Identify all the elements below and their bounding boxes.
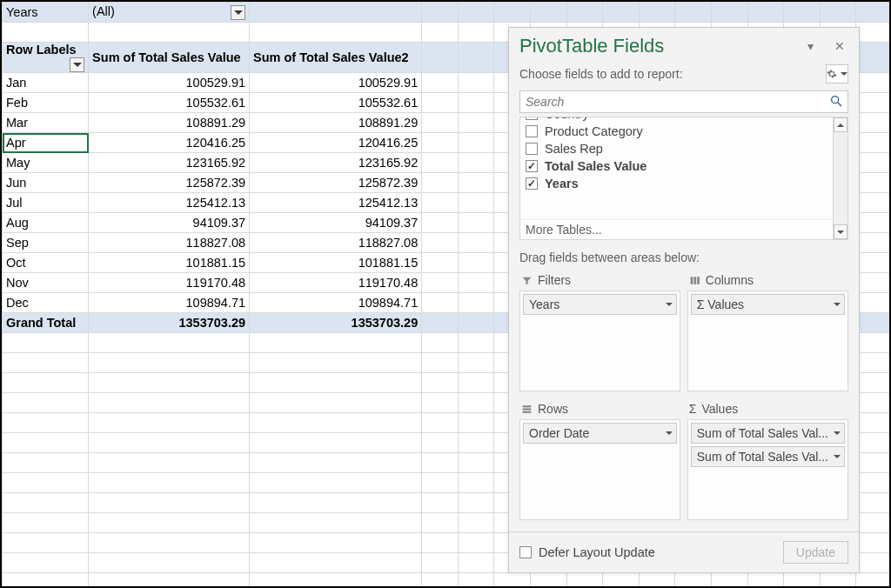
cell-empty[interactable] [422, 473, 459, 493]
cell-empty[interactable] [458, 433, 494, 453]
area-chip[interactable]: Sum of Total Sales Val... [691, 446, 845, 467]
cell-empty[interactable] [458, 453, 494, 473]
cell-empty[interactable] [422, 93, 459, 113]
close-icon[interactable]: ✕ [831, 37, 848, 55]
chevron-down-icon[interactable] [834, 431, 841, 435]
cell-empty[interactable] [422, 23, 459, 43]
cell-empty[interactable] [458, 393, 494, 413]
cell-empty[interactable] [422, 553, 459, 573]
column-header-c[interactable]: Sum of Total Sales Value2 [250, 43, 422, 73]
cell-empty[interactable] [422, 413, 459, 433]
cell-empty[interactable] [856, 413, 891, 433]
cell-empty[interactable] [458, 23, 494, 43]
area-chip[interactable]: Sum of Total Sales Val... [691, 423, 845, 444]
cell-empty[interactable] [458, 213, 494, 233]
scroll-down-icon[interactable] [834, 224, 847, 239]
cell-empty[interactable] [458, 373, 494, 393]
cell-empty[interactable] [458, 133, 494, 153]
cell-empty[interactable] [250, 413, 422, 433]
data-cell[interactable]: 125872.39 [89, 173, 250, 193]
cell-empty[interactable] [856, 433, 891, 453]
cell-empty[interactable] [531, 573, 567, 589]
data-cell[interactable]: 105532.61 [250, 93, 422, 113]
cell-empty[interactable] [250, 573, 422, 589]
row-label[interactable]: Oct [3, 253, 89, 273]
grand-total-value[interactable]: 1353703.29 [250, 313, 422, 333]
field-checkbox[interactable] [526, 160, 538, 172]
field-checkbox[interactable] [526, 143, 538, 155]
data-cell[interactable]: 109894.71 [89, 293, 250, 313]
cell-empty[interactable] [820, 573, 856, 589]
cell-empty[interactable] [422, 273, 459, 293]
chevron-down-icon[interactable] [666, 431, 673, 435]
cell-empty[interactable] [458, 573, 494, 589]
field-list[interactable]: CountryProduct CategorySales RepTotal Sa… [519, 117, 848, 240]
cell-empty[interactable] [3, 513, 89, 533]
cell-empty[interactable] [422, 533, 459, 553]
column-header-b[interactable]: Sum of Total Sales Value [89, 43, 250, 73]
area-columns-list[interactable]: Σ Values [687, 291, 848, 391]
cell-empty[interactable] [458, 313, 494, 333]
cell-empty[interactable] [820, 3, 856, 23]
row-label[interactable]: Feb [3, 93, 89, 113]
cell-empty[interactable] [422, 253, 459, 273]
cell-empty[interactable] [856, 43, 891, 73]
data-cell[interactable]: 123165.92 [89, 153, 250, 173]
row-label[interactable]: Nov [3, 273, 89, 293]
cell-empty[interactable] [856, 573, 891, 589]
pane-options-caret[interactable]: ▾ [801, 37, 819, 55]
cell-empty[interactable] [89, 493, 250, 513]
cell-empty[interactable] [458, 73, 494, 93]
row-label[interactable]: Aug [3, 213, 89, 233]
cell-empty[interactable] [458, 153, 494, 173]
cell-empty[interactable] [3, 373, 89, 393]
cell-empty[interactable] [250, 513, 422, 533]
cell-empty[interactable] [250, 473, 422, 493]
scroll-up-icon[interactable] [834, 117, 847, 132]
cell-empty[interactable] [250, 453, 422, 473]
row-label[interactable]: Jun [3, 173, 89, 193]
cell-empty[interactable] [422, 333, 459, 353]
cell-empty[interactable] [422, 73, 459, 93]
data-cell[interactable]: 105532.61 [89, 93, 250, 113]
cell-empty[interactable] [494, 573, 531, 589]
cell-empty[interactable] [784, 3, 821, 23]
cell-empty[interactable] [422, 573, 459, 589]
filter-field-value[interactable]: (All) [89, 3, 250, 23]
cell-empty[interactable] [566, 3, 603, 23]
cell-empty[interactable] [422, 173, 459, 193]
cell-empty[interactable] [250, 493, 422, 513]
cell-empty[interactable] [250, 393, 422, 413]
row-label[interactable]: May [3, 153, 89, 173]
dropdown-icon[interactable] [231, 5, 245, 20]
row-label[interactable]: Dec [3, 293, 89, 313]
cell-empty[interactable] [856, 553, 891, 573]
data-cell[interactable]: 94109.37 [250, 213, 422, 233]
area-chip[interactable]: Order Date [523, 423, 677, 444]
cell-empty[interactable] [458, 493, 494, 513]
cell-empty[interactable] [856, 493, 891, 513]
cell-empty[interactable] [458, 293, 494, 313]
cell-empty[interactable] [675, 3, 712, 23]
cell-empty[interactable] [856, 173, 891, 193]
grand-total-label[interactable]: Grand Total [3, 313, 89, 333]
data-cell[interactable]: 101881.15 [250, 253, 422, 273]
field-item[interactable]: Product Category [520, 123, 832, 140]
cell-empty[interactable] [422, 313, 459, 333]
cell-empty[interactable] [422, 193, 459, 213]
chevron-down-icon[interactable] [834, 303, 841, 306]
cell-empty[interactable] [89, 473, 250, 493]
cell-empty[interactable] [856, 393, 891, 413]
cell-empty[interactable] [603, 573, 640, 589]
cell-empty[interactable] [422, 43, 459, 73]
cell-empty[interactable] [3, 573, 89, 589]
cell-empty[interactable] [784, 573, 821, 589]
field-list-scrollbar[interactable] [833, 117, 847, 239]
cell-empty[interactable] [856, 453, 891, 473]
cell-empty[interactable] [856, 313, 891, 333]
cell-empty[interactable] [89, 513, 250, 533]
cell-empty[interactable] [458, 473, 494, 493]
cell-empty[interactable] [856, 193, 891, 213]
cell-empty[interactable] [458, 193, 494, 213]
data-cell[interactable]: 108891.29 [89, 113, 250, 133]
